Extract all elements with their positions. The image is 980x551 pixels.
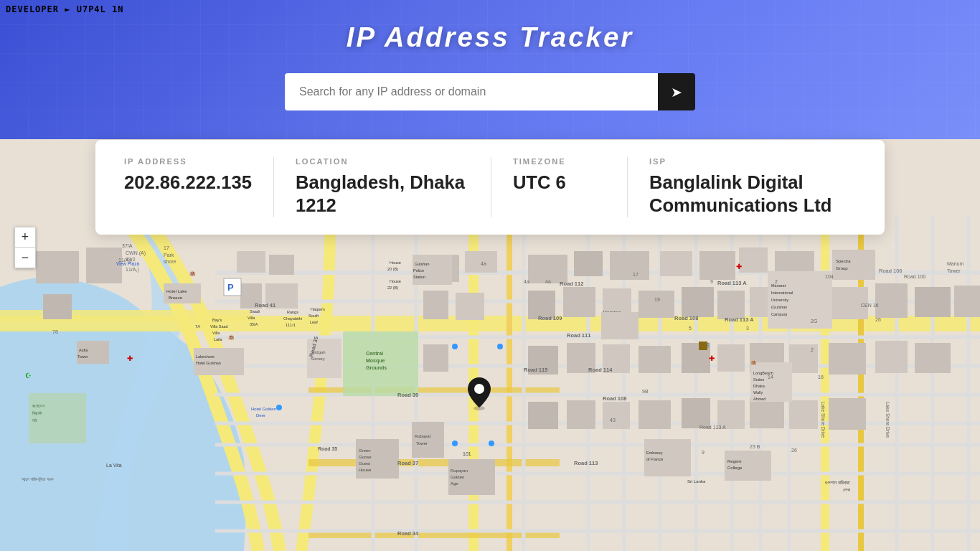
svg-text:14: 14 bbox=[768, 375, 773, 380]
svg-text:Road 113: Road 113 bbox=[574, 460, 598, 466]
svg-text:🏨: 🏨 bbox=[750, 359, 757, 365]
svg-text:University: University bbox=[771, 298, 788, 302]
svg-rect-32 bbox=[343, 331, 418, 396]
svg-text:2: 2 bbox=[811, 347, 814, 352]
svg-point-236 bbox=[489, 441, 494, 446]
svg-point-233 bbox=[497, 344, 503, 349]
svg-text:16: 16 bbox=[818, 375, 824, 380]
svg-point-232 bbox=[276, 405, 282, 410]
svg-text:Tower: Tower bbox=[77, 354, 88, 359]
svg-text:Central: Central bbox=[366, 351, 383, 356]
svg-rect-203 bbox=[77, 341, 109, 364]
svg-text:Road 108: Road 108 bbox=[674, 315, 698, 321]
svg-text:Wally: Wally bbox=[753, 390, 763, 395]
svg-text:Deer: Deer bbox=[256, 413, 265, 418]
zoom-out-button[interactable]: − bbox=[15, 248, 35, 268]
svg-text:3: 3 bbox=[746, 326, 749, 331]
svg-text:Park: Park bbox=[164, 253, 174, 258]
svg-point-240 bbox=[474, 384, 484, 394]
search-arrow-icon: ➤ bbox=[671, 84, 682, 100]
timezone-label: TIMEZONE bbox=[513, 157, 606, 166]
svg-text:37/A: 37/A bbox=[122, 243, 133, 248]
svg-text:CWN (A): CWN (A) bbox=[126, 250, 146, 256]
svg-text:78: 78 bbox=[52, 329, 58, 334]
svg-text:Road 109: Road 109 bbox=[538, 315, 562, 321]
svg-text:23 B: 23 B bbox=[750, 444, 760, 449]
svg-text:Golden: Golden bbox=[451, 475, 464, 479]
timezone-value: UTC 6 bbox=[513, 171, 606, 194]
svg-text:Manarat: Manarat bbox=[771, 283, 786, 288]
svg-rect-92 bbox=[750, 398, 784, 428]
svg-text:Road 113 A: Road 113 A bbox=[725, 316, 754, 323]
svg-text:Guest: Guest bbox=[359, 461, 370, 466]
svg-text:Road 37: Road 37 bbox=[397, 460, 418, 466]
svg-rect-55 bbox=[563, 287, 595, 317]
info-card: IP ADDRESS 202.86.222.135 LOCATION Bangl… bbox=[95, 140, 885, 235]
svg-rect-52 bbox=[423, 291, 448, 319]
svg-text:43: 43 bbox=[610, 418, 616, 423]
svg-text:🏨: 🏨 bbox=[228, 334, 235, 340]
svg-point-235 bbox=[452, 441, 458, 446]
svg-text:Hotel Golden: Hotel Golden bbox=[251, 407, 276, 411]
svg-text:Sri Lanka: Sri Lanka bbox=[687, 479, 706, 484]
svg-text:Suites: Suites bbox=[753, 377, 765, 382]
dev-tag: DEVELOPER ► U7P4L 1N bbox=[6, 4, 124, 14]
svg-text:Rupayan: Rupayan bbox=[451, 468, 468, 473]
svg-rect-36 bbox=[237, 251, 265, 273]
svg-text:P: P bbox=[227, 282, 234, 293]
svg-text:17: 17 bbox=[633, 272, 639, 277]
svg-text:Hotel Lake: Hotel Lake bbox=[166, 289, 187, 293]
svg-text:Hotel Gulshan: Hotel Gulshan bbox=[196, 361, 221, 365]
svg-text:Tower: Tower bbox=[416, 441, 428, 446]
svg-rect-90 bbox=[682, 398, 710, 428]
svg-rect-58 bbox=[682, 287, 714, 317]
svg-rect-77 bbox=[915, 343, 951, 373]
svg-rect-93 bbox=[789, 400, 818, 429]
svg-text:✚: ✚ bbox=[709, 354, 715, 362]
search-input[interactable] bbox=[285, 73, 658, 110]
svg-text:Road 113 A: Road 113 A bbox=[699, 425, 726, 430]
svg-text:11/A,): 11/A,) bbox=[126, 267, 139, 273]
svg-text:Road 114: Road 114 bbox=[588, 367, 613, 373]
svg-text:111/1: 111/1 bbox=[286, 323, 296, 327]
zoom-in-button[interactable]: + bbox=[15, 227, 35, 248]
svg-text:35/A: 35/A bbox=[250, 322, 258, 326]
svg-text:of France: of France bbox=[646, 457, 663, 461]
svg-text:CEN 16: CEN 16 bbox=[861, 303, 879, 308]
search-button[interactable]: ➤ bbox=[658, 73, 695, 110]
svg-rect-76 bbox=[875, 341, 908, 373]
svg-text:☪: ☪ bbox=[25, 372, 32, 380]
svg-text:Road 115: Road 115 bbox=[524, 367, 547, 373]
svg-text:House: House bbox=[390, 279, 401, 283]
svg-text:✚: ✚ bbox=[127, 354, 133, 362]
svg-text:Lake Shore Drive: Lake Shore Drive bbox=[821, 402, 826, 438]
svg-rect-48 bbox=[660, 251, 692, 276]
svg-rect-220 bbox=[601, 312, 639, 339]
svg-text:মাঠ: মাঠ bbox=[32, 418, 37, 423]
svg-text:9: 9 bbox=[710, 279, 713, 284]
map-pin bbox=[465, 376, 494, 410]
svg-text:House: House bbox=[390, 260, 401, 265]
svg-text:Lakeshore: Lakeshore bbox=[196, 354, 215, 359]
svg-text:Villa Saad: Villa Saad bbox=[210, 324, 228, 329]
svg-text:9B: 9B bbox=[642, 389, 649, 394]
svg-text:(Gulshan: (Gulshan bbox=[771, 305, 787, 309]
svg-rect-29 bbox=[36, 251, 79, 283]
svg-text:Goose: Goose bbox=[359, 455, 372, 459]
svg-text:104: 104 bbox=[825, 274, 834, 279]
svg-text:Road 39: Road 39 bbox=[397, 392, 418, 398]
svg-text:Villa: Villa bbox=[248, 316, 255, 320]
svg-rect-78 bbox=[412, 422, 444, 458]
svg-text:Road 35: Road 35 bbox=[318, 446, 337, 451]
isp-section: ISP Banglalink Digital Communications Lt… bbox=[628, 157, 856, 217]
ip-section: IP ADDRESS 202.86.222.135 bbox=[124, 157, 274, 217]
location-value: Bangladesh, Dhaka 1212 bbox=[296, 171, 469, 217]
svg-text:Road 34: Road 34 bbox=[397, 530, 419, 537]
svg-text:Green: Green bbox=[359, 448, 371, 453]
svg-text:101: 101 bbox=[463, 451, 471, 456]
ip-value: 202.86.222.135 bbox=[124, 171, 252, 194]
svg-text:Police: Police bbox=[413, 268, 424, 273]
location-section: LOCATION Bangladesh, Dhaka 1212 bbox=[274, 157, 491, 217]
svg-text:Regent: Regent bbox=[727, 459, 742, 463]
svg-text:Road 112: Road 112 bbox=[560, 281, 583, 287]
